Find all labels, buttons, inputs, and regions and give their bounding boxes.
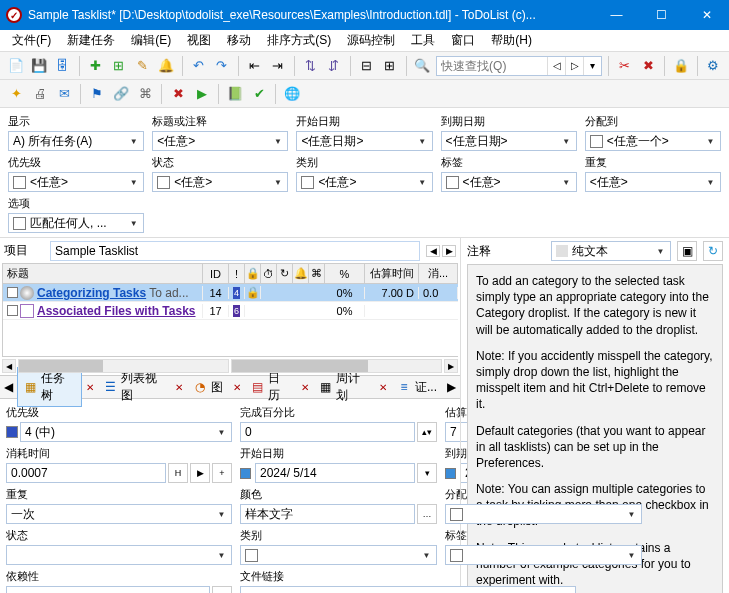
- duedate-checkbox[interactable]: [445, 468, 456, 479]
- tab-close-icon[interactable]: ✕: [86, 382, 94, 393]
- startdate-checkbox[interactable]: [240, 468, 251, 479]
- col-id[interactable]: ID: [203, 264, 229, 283]
- detail-color-input[interactable]: [240, 504, 415, 524]
- notes-refresh-icon[interactable]: ↻: [703, 241, 723, 261]
- col-excl-icon[interactable]: !: [229, 264, 245, 283]
- menu-newtask[interactable]: 新建任务: [59, 30, 123, 51]
- col-est[interactable]: 估算时间: [365, 264, 419, 283]
- detail-repeat-combo[interactable]: 一次▼: [6, 504, 232, 524]
- tab-close-icon[interactable]: ✕: [175, 382, 183, 393]
- grid-hscroll[interactable]: ◀ ▶: [0, 359, 460, 375]
- col-bell-icon[interactable]: 🔔: [293, 264, 309, 283]
- notes-textarea[interactable]: To add an category to the selected task …: [467, 264, 723, 593]
- puzzle-icon[interactable]: ✦: [6, 84, 26, 104]
- col-title[interactable]: 标题: [3, 264, 203, 283]
- cancel-icon[interactable]: ✖: [168, 84, 188, 104]
- menu-sort[interactable]: 排序方式(S): [259, 30, 339, 51]
- timer-icon[interactable]: ▶: [192, 84, 212, 104]
- tab-close-icon[interactable]: ✕: [233, 382, 241, 393]
- quickfind-input[interactable]: [437, 59, 547, 73]
- project-name-input[interactable]: [50, 241, 420, 261]
- row-checkbox[interactable]: [7, 305, 18, 316]
- settings-icon[interactable]: ⚙: [704, 56, 724, 76]
- sort2-icon[interactable]: ⇵: [324, 56, 344, 76]
- detail-status-combo[interactable]: ▼: [6, 545, 232, 565]
- col-clock-icon[interactable]: ⏱: [261, 264, 277, 283]
- check-icon[interactable]: ✔: [249, 84, 269, 104]
- sort-icon[interactable]: ⇅: [301, 56, 321, 76]
- notes-format-combo[interactable]: 纯文本▼: [551, 241, 671, 261]
- redo-icon[interactable]: ↷: [212, 56, 232, 76]
- deps-icon[interactable]: ⌘: [135, 84, 155, 104]
- menu-view[interactable]: 视图: [179, 30, 219, 51]
- col-spent[interactable]: 消...: [419, 264, 458, 283]
- task-title[interactable]: Associated Files with Tasks: [37, 304, 196, 318]
- quickfind-next-icon[interactable]: ▷: [565, 57, 583, 75]
- undo-icon[interactable]: ↶: [189, 56, 209, 76]
- detail-donepct-input[interactable]: [240, 422, 415, 442]
- find-icon[interactable]: 🔍: [413, 56, 433, 76]
- filter-assignto-combo[interactable]: <任意一个>▼: [585, 131, 721, 151]
- reminder-icon[interactable]: 🔔: [156, 56, 176, 76]
- cut-icon[interactable]: ✂: [615, 56, 635, 76]
- delete-icon[interactable]: ✖: [639, 56, 659, 76]
- filter-tag-combo[interactable]: <任意>▼: [441, 172, 577, 192]
- minimize-button[interactable]: —: [594, 0, 639, 30]
- close-button[interactable]: ✕: [684, 0, 729, 30]
- col-pct[interactable]: %: [325, 264, 365, 283]
- detail-category-combo[interactable]: ▼: [240, 545, 437, 565]
- print-icon[interactable]: 🖨: [30, 84, 50, 104]
- tab-chart[interactable]: ◔图: [187, 377, 229, 398]
- lock-icon[interactable]: 🔒: [671, 56, 691, 76]
- quickfind-dropdown-icon[interactable]: ▾: [583, 57, 601, 75]
- mail-icon[interactable]: ✉: [54, 84, 74, 104]
- timer-icon[interactable]: ▶: [190, 463, 210, 483]
- calendar-icon[interactable]: ▾: [417, 463, 437, 483]
- tab-gantt[interactable]: ≡证...: [391, 377, 443, 398]
- filter-category-combo[interactable]: <任意>▼: [296, 172, 432, 192]
- tabs-next-icon[interactable]: ▶: [447, 380, 456, 394]
- filter-priority-combo[interactable]: <任意>▼: [8, 172, 144, 192]
- menu-edit[interactable]: 编辑(E): [123, 30, 179, 51]
- filter-startdate-combo[interactable]: <任意日期>▼: [296, 131, 432, 151]
- project-prev-icon[interactable]: ◀: [426, 245, 440, 257]
- new-file-icon[interactable]: 📄: [6, 56, 26, 76]
- filter-titlecomment-combo[interactable]: <任意>▼: [152, 131, 288, 151]
- filter-option-combo[interactable]: 匹配任何人, ...▼: [8, 213, 144, 233]
- detail-filelink-combo[interactable]: ▼: [240, 586, 576, 593]
- tabs-prev-icon[interactable]: ◀: [4, 380, 13, 394]
- tab-close-icon[interactable]: ✕: [379, 382, 387, 393]
- collapse-icon[interactable]: ⊟: [357, 56, 377, 76]
- detail-assignto-combo[interactable]: ▼: [445, 504, 642, 524]
- globe-icon[interactable]: 🌐: [282, 84, 302, 104]
- menu-move[interactable]: 移动: [219, 30, 259, 51]
- add-task-icon[interactable]: ✚: [86, 56, 106, 76]
- add-icon[interactable]: +: [212, 463, 232, 483]
- detail-spenttime-input[interactable]: [6, 463, 166, 483]
- table-row[interactable]: Categorizing Tasks To ad... 14 4 🔒 0% 7.…: [3, 284, 458, 302]
- flag-icon[interactable]: ⚑: [87, 84, 107, 104]
- detail-tag-combo[interactable]: ▼: [445, 545, 642, 565]
- quickfind-prev-icon[interactable]: ◁: [547, 57, 565, 75]
- indent-icon[interactable]: ⇥: [268, 56, 288, 76]
- browse-icon[interactable]: …: [212, 586, 232, 593]
- saveall-icon[interactable]: 🗄: [53, 56, 73, 76]
- filter-status-combo[interactable]: <任意>▼: [152, 172, 288, 192]
- book-icon[interactable]: 📗: [225, 84, 245, 104]
- menu-source[interactable]: 源码控制: [339, 30, 403, 51]
- menu-window[interactable]: 窗口: [443, 30, 483, 51]
- filter-repeat-combo[interactable]: <任意>▼: [585, 172, 721, 192]
- outdent-icon[interactable]: ⇤: [245, 56, 265, 76]
- menu-help[interactable]: 帮助(H): [483, 30, 540, 51]
- expand-icon[interactable]: ⊞: [380, 56, 400, 76]
- table-row[interactable]: Associated Files with Tasks 17 6 0%: [3, 302, 458, 320]
- detail-dependency-input[interactable]: [6, 586, 210, 593]
- tab-close-icon[interactable]: ✕: [301, 382, 309, 393]
- col-dep-icon[interactable]: ⌘: [309, 264, 325, 283]
- notes-detach-icon[interactable]: ▣: [677, 241, 697, 261]
- filter-display-combo[interactable]: A) 所有任务(A)▼: [8, 131, 144, 151]
- project-next-icon[interactable]: ▶: [442, 245, 456, 257]
- detail-priority-combo[interactable]: 4 (中)▼: [20, 422, 232, 442]
- color-browse-icon[interactable]: …: [417, 504, 437, 524]
- detail-startdate-input[interactable]: [255, 463, 415, 483]
